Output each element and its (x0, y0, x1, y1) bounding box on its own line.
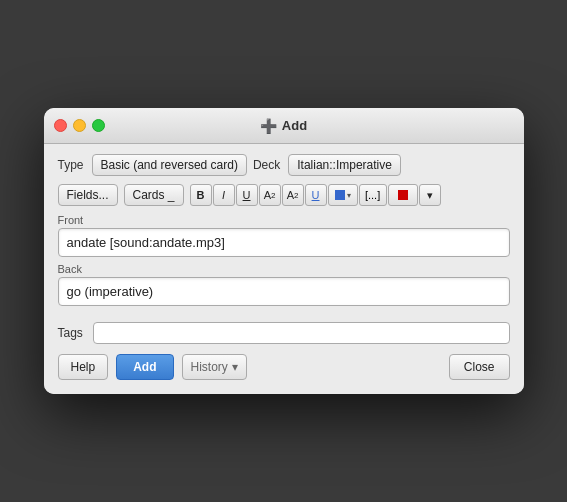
type-label: Type (58, 158, 84, 172)
subscript-button[interactable]: A2 (282, 184, 304, 206)
color-swatch-red (398, 190, 408, 200)
add-button[interactable]: Add (116, 354, 173, 380)
window-title: Add (282, 118, 307, 133)
fields-button[interactable]: Fields... (58, 184, 118, 206)
color-dropdown-arrow: ▾ (347, 191, 351, 200)
back-input[interactable] (58, 277, 510, 306)
help-button[interactable]: Help (58, 354, 109, 380)
back-label: Back (58, 263, 510, 275)
record-button[interactable] (388, 184, 418, 206)
front-label: Front (58, 214, 510, 226)
type-deck-row: Type Basic (and reversed card) Deck Ital… (58, 154, 510, 176)
traffic-lights (54, 119, 105, 132)
history-arrow: ▾ (232, 360, 238, 374)
history-button[interactable]: History ▾ (182, 354, 247, 380)
cards-button[interactable]: Cards _ (124, 184, 184, 206)
cloze-button[interactable]: [...] (359, 184, 387, 206)
superscript-button[interactable]: A2 (259, 184, 281, 206)
underline-color-button[interactable]: U (305, 184, 327, 206)
content-area: Type Basic (and reversed card) Deck Ital… (44, 144, 524, 394)
deck-button[interactable]: Italian::Imperative (288, 154, 401, 176)
minimize-button[interactable] (73, 119, 86, 132)
main-window: ➕ Add Type Basic (and reversed card) Dec… (44, 108, 524, 394)
front-input[interactable] (58, 228, 510, 257)
close-button[interactable] (54, 119, 67, 132)
window-title-group: ➕ Add (260, 118, 307, 134)
history-label: History (191, 360, 228, 374)
deck-label: Deck (253, 158, 280, 172)
tags-label: Tags (58, 326, 83, 340)
tags-input[interactable] (93, 322, 510, 344)
card-type-button[interactable]: Basic (and reversed card) (92, 154, 247, 176)
bottom-buttons-row: Help Add History ▾ Close (58, 354, 510, 380)
titlebar: ➕ Add (44, 108, 524, 144)
maximize-button[interactable] (92, 119, 105, 132)
add-icon: ➕ (260, 118, 277, 134)
color-swatch-blue (335, 190, 345, 200)
more-button[interactable]: ▾ (419, 184, 441, 206)
underline-button[interactable]: U (236, 184, 258, 206)
bold-button[interactable]: B (190, 184, 212, 206)
italic-button[interactable]: I (213, 184, 235, 206)
tags-row: Tags (58, 322, 510, 344)
text-color-button[interactable]: ▾ (328, 184, 358, 206)
format-toolbar-row: Fields... Cards _ B I U A2 A2 U ▾ [...] … (58, 184, 510, 206)
close-button-bottom[interactable]: Close (449, 354, 510, 380)
format-buttons-group: B I U A2 A2 U ▾ [...] ▾ (190, 184, 441, 206)
